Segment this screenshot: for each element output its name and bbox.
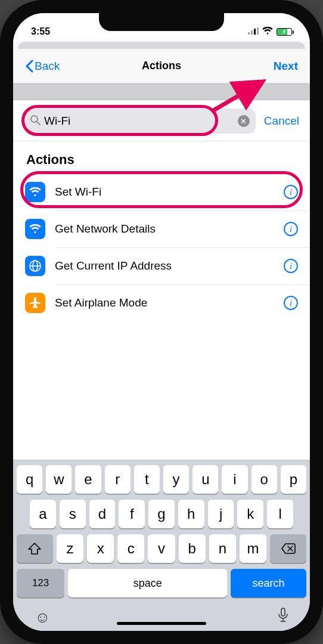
- svg-rect-2: [254, 29, 256, 35]
- phone-frame: 3:55 ⚡︎ Back Actions Next: [0, 0, 323, 644]
- keyboard: qwertyuiop asdfghjkl zxcvbnm 123 space s…: [13, 460, 310, 631]
- key-h[interactable]: h: [178, 500, 204, 528]
- key-b[interactable]: b: [179, 534, 206, 563]
- search-row: ✕ Cancel: [13, 100, 310, 141]
- key-t[interactable]: t: [134, 465, 160, 494]
- actions-list: Set Wi-FiiGet Network DetailsiGet Curren…: [13, 174, 310, 321]
- key-v[interactable]: v: [148, 534, 175, 563]
- wifi-icon: [25, 182, 45, 202]
- cellular-icon: [248, 26, 259, 37]
- battery-icon: ⚡︎: [277, 28, 292, 36]
- backspace-key[interactable]: [270, 534, 306, 563]
- key-r[interactable]: r: [105, 465, 131, 494]
- key-p[interactable]: p: [281, 465, 306, 494]
- key-f[interactable]: f: [119, 500, 145, 528]
- kb-row-1: qwertyuiop: [17, 465, 306, 494]
- clear-icon[interactable]: ✕: [238, 115, 250, 127]
- search-icon: [30, 114, 41, 128]
- section-title: Actions: [13, 141, 310, 174]
- info-icon[interactable]: i: [284, 296, 298, 310]
- key-i[interactable]: i: [222, 465, 247, 494]
- shift-key[interactable]: [17, 534, 53, 563]
- action-label: Get Current IP Address: [55, 259, 274, 273]
- chevron-left-icon: [25, 60, 33, 73]
- key-x[interactable]: x: [87, 534, 114, 563]
- action-row[interactable]: Get Current IP Addressi: [13, 247, 310, 284]
- key-o[interactable]: o: [251, 465, 277, 494]
- kb-row-2: asdfghjkl: [17, 500, 306, 528]
- svg-rect-10: [281, 608, 285, 616]
- svg-line-6: [37, 122, 40, 125]
- key-q[interactable]: q: [17, 465, 42, 494]
- key-e[interactable]: e: [75, 465, 101, 494]
- kb-row-4: 123 space search: [17, 569, 306, 597]
- info-icon[interactable]: i: [284, 222, 298, 236]
- search-field-wrap[interactable]: ✕: [24, 109, 256, 134]
- emoji-key[interactable]: ☺︎: [35, 608, 51, 627]
- back-button[interactable]: Back: [25, 60, 60, 73]
- nav-bar: Back Actions Next: [13, 49, 310, 83]
- key-l[interactable]: l: [267, 500, 293, 528]
- key-d[interactable]: d: [89, 500, 116, 528]
- action-row[interactable]: Get Network Detailsi: [13, 210, 310, 247]
- key-g[interactable]: g: [148, 500, 175, 528]
- key-j[interactable]: j: [208, 500, 234, 528]
- key-n[interactable]: n: [209, 534, 236, 563]
- airplane-icon: [25, 293, 45, 313]
- key-w[interactable]: w: [46, 465, 72, 494]
- dictation-key[interactable]: [278, 608, 288, 627]
- key-u[interactable]: u: [192, 465, 218, 494]
- action-label: Set Wi-Fi: [55, 185, 274, 199]
- home-indicator[interactable]: [117, 622, 206, 625]
- cancel-button[interactable]: Cancel: [264, 114, 299, 128]
- search-input[interactable]: [44, 114, 234, 128]
- wifi-icon: [25, 219, 45, 239]
- svg-rect-1: [251, 30, 253, 35]
- search-key[interactable]: search: [231, 569, 306, 597]
- clock: 3:55: [31, 26, 50, 37]
- info-icon[interactable]: i: [284, 259, 298, 273]
- key-k[interactable]: k: [237, 500, 263, 528]
- back-label: Back: [35, 60, 60, 73]
- fill: [13, 321, 310, 460]
- key-a[interactable]: a: [30, 500, 56, 528]
- sheet-back-card: [18, 42, 305, 49]
- next-button[interactable]: Next: [274, 60, 298, 73]
- key-z[interactable]: z: [57, 534, 83, 563]
- key-c[interactable]: c: [117, 534, 144, 563]
- action-row[interactable]: Set Wi-Fii: [13, 174, 310, 210]
- grey-gap: [13, 83, 310, 100]
- screen: 3:55 ⚡︎ Back Actions Next: [13, 13, 310, 631]
- numbers-key[interactable]: 123: [17, 569, 64, 597]
- key-y[interactable]: y: [163, 465, 189, 494]
- info-icon[interactable]: i: [284, 185, 298, 199]
- key-m[interactable]: m: [240, 534, 266, 563]
- action-label: Get Network Details: [55, 222, 274, 236]
- key-s[interactable]: s: [60, 500, 86, 528]
- space-key[interactable]: space: [68, 569, 227, 597]
- page-title: Actions: [142, 60, 181, 72]
- notch: [99, 13, 224, 31]
- globe-icon: [25, 256, 45, 276]
- svg-rect-3: [257, 27, 259, 35]
- kb-row-3: zxcvbnm: [17, 534, 306, 563]
- svg-rect-0: [248, 32, 250, 35]
- action-row[interactable]: Set Airplane Modei: [13, 284, 310, 321]
- wifi-icon: [262, 26, 273, 37]
- action-label: Set Airplane Mode: [55, 296, 274, 309]
